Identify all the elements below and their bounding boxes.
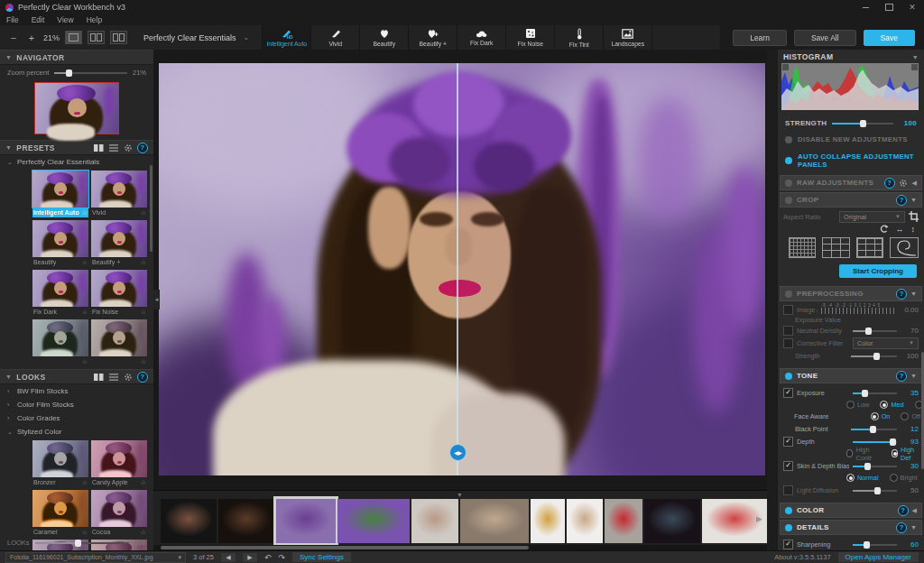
preset-item[interactable]: ☆ bbox=[32, 319, 88, 366]
grid-diagonal-button[interactable] bbox=[856, 237, 883, 258]
star-icon[interactable]: ☆ bbox=[82, 529, 88, 536]
preset-fix-noise[interactable]: Fix Noise☆ bbox=[91, 270, 147, 317]
collapse-icon[interactable]: ▼ bbox=[910, 373, 917, 379]
collapse-icon[interactable]: ▼ bbox=[910, 197, 917, 203]
preset-item[interactable]: ☆ bbox=[91, 319, 147, 366]
corrective-filter-select[interactable]: Color▼ bbox=[853, 337, 919, 349]
preset-group-row[interactable]: ⌄ Perfectly Clear Essentials bbox=[0, 155, 153, 169]
star-icon[interactable]: ☆ bbox=[141, 358, 146, 365]
gear-icon[interactable] bbox=[123, 143, 133, 152]
looks-strength-slider[interactable] bbox=[35, 539, 130, 547]
star-icon[interactable]: ☆ bbox=[141, 259, 146, 266]
look-caramel[interactable]: Caramel☆ bbox=[32, 490, 88, 537]
slider-handle[interactable] bbox=[870, 426, 876, 433]
toolbar-preset-landscapes[interactable]: Landscapes bbox=[604, 25, 652, 50]
grid-fine-button[interactable] bbox=[789, 237, 816, 258]
radio-high-contr[interactable]: High Contr bbox=[846, 446, 881, 462]
collapse-icon[interactable]: ▼ bbox=[910, 291, 917, 297]
zoom-in-button[interactable]: + bbox=[25, 32, 38, 43]
histogram-header[interactable]: HISTOGRAM▼ bbox=[778, 50, 924, 63]
list-view-icon[interactable] bbox=[108, 143, 118, 152]
black-point-slider[interactable] bbox=[851, 425, 897, 433]
menu-help[interactable]: Help bbox=[80, 15, 108, 24]
help-icon[interactable]: ? bbox=[898, 505, 909, 516]
undo-icon[interactable]: ↶ bbox=[264, 553, 272, 562]
slider-handle[interactable] bbox=[864, 541, 870, 549]
gear-icon[interactable] bbox=[899, 179, 909, 187]
toolbar-preset-vivid[interactable]: Vivid bbox=[311, 25, 360, 50]
preset-intelligent-auto[interactable]: Intelligent Auto☆ bbox=[32, 171, 88, 217]
toolbar-preset-beautify[interactable]: Beautify bbox=[360, 25, 409, 50]
preprocessing-strength-slider[interactable] bbox=[851, 352, 897, 360]
light-diffusion-checkbox[interactable] bbox=[783, 485, 793, 495]
split-handle[interactable]: ◀▶ bbox=[449, 444, 467, 461]
menu-view[interactable]: View bbox=[51, 15, 79, 24]
help-icon[interactable]: ? bbox=[884, 178, 895, 189]
maximize-button[interactable] bbox=[877, 0, 901, 14]
compare-view-button[interactable] bbox=[110, 31, 127, 44]
neutral-density-slider[interactable] bbox=[853, 327, 897, 335]
help-icon[interactable]: ? bbox=[137, 372, 148, 383]
star-icon[interactable]: ☆ bbox=[141, 529, 146, 536]
radio-med[interactable]: Med bbox=[880, 401, 903, 409]
image-ambulance-checkbox[interactable] bbox=[783, 305, 793, 315]
photo-preview[interactable]: ◀▶ bbox=[159, 63, 765, 475]
depth-checkbox[interactable]: ✓ bbox=[783, 437, 793, 447]
slider-handle[interactable] bbox=[862, 390, 868, 397]
star-icon[interactable]: ☆ bbox=[82, 358, 88, 365]
help-icon[interactable]: ? bbox=[137, 143, 148, 153]
slider-handle[interactable] bbox=[864, 463, 871, 470]
star-icon[interactable]: ☆ bbox=[82, 309, 88, 316]
list-view-icon[interactable] bbox=[108, 373, 118, 381]
preset-beautify[interactable]: Beautify +☆ bbox=[91, 220, 147, 267]
gear-icon[interactable] bbox=[123, 373, 133, 381]
presets-header[interactable]: ▼ PRESETS ? bbox=[0, 140, 153, 155]
exposure-checkbox[interactable]: ✓ bbox=[783, 388, 793, 398]
looks-header[interactable]: ▼ LOOKS ? bbox=[0, 369, 153, 384]
strength-slider[interactable] bbox=[832, 119, 893, 127]
slider-handle[interactable] bbox=[66, 69, 72, 77]
menu-edit[interactable]: Edit bbox=[25, 15, 51, 24]
collapse-left-panel-handle[interactable]: ◂ bbox=[153, 290, 160, 309]
exposure-slider[interactable] bbox=[853, 389, 897, 397]
highlight-clip-icon[interactable] bbox=[911, 64, 918, 70]
looks-group-stylized-color[interactable]: ⌄Stylized Color bbox=[0, 425, 153, 438]
filmstrip-thumbnail-2[interactable] bbox=[218, 499, 274, 543]
image-canvas[interactable]: ◀▶ ◂ bbox=[153, 50, 767, 490]
look-candy-apple[interactable]: Candy Apple☆ bbox=[91, 440, 147, 487]
minimize-button[interactable] bbox=[854, 0, 877, 14]
filmstrip-thumbnail-5[interactable] bbox=[411, 499, 458, 543]
single-view-button[interactable] bbox=[65, 31, 82, 44]
look-cocoa[interactable]: Cocoa☆ bbox=[91, 490, 147, 537]
preprocessing-header[interactable]: PREPROCESSING ? ▼ bbox=[780, 286, 922, 301]
auto-collapse-toggle[interactable]: AUTO COLLAPSE ADJUSTMENT PANELS bbox=[778, 148, 924, 173]
details-header[interactable]: DETAILS ? ▼ bbox=[780, 520, 922, 535]
slider-handle[interactable] bbox=[873, 353, 880, 360]
preset-vivid[interactable]: Vivid☆ bbox=[91, 171, 147, 217]
left-scrollbar[interactable] bbox=[150, 165, 152, 252]
looks-group-bw-film-stocks[interactable]: ›BW Film Stocks bbox=[0, 384, 153, 398]
next-image-button[interactable]: ▶ bbox=[243, 553, 257, 562]
slider-handle[interactable] bbox=[890, 438, 896, 446]
star-icon[interactable]: ☆ bbox=[141, 479, 146, 486]
filmstrip-thumbnail-10[interactable] bbox=[644, 499, 700, 543]
toolbar-preset-fix-noise[interactable]: Fix Noise bbox=[506, 25, 555, 50]
crop-header[interactable]: CROP ? ▼ bbox=[780, 192, 922, 208]
close-button[interactable]: ✕ bbox=[901, 0, 924, 14]
radio-high-def[interactable]: High Def bbox=[892, 446, 920, 462]
save-button[interactable]: Save bbox=[864, 30, 915, 46]
slider-handle[interactable] bbox=[860, 120, 866, 127]
skin-bias-checkbox[interactable]: ✓ bbox=[783, 461, 793, 471]
help-icon[interactable]: ? bbox=[896, 522, 907, 533]
help-icon[interactable]: ? bbox=[896, 289, 907, 300]
grid-thirds-button[interactable] bbox=[822, 237, 849, 258]
toolbar-preset-fix-tint[interactable]: Fix Tint bbox=[555, 25, 604, 50]
looks-group-color-film-stocks[interactable]: ›Color Film Stocks bbox=[0, 398, 153, 411]
collapse-icon[interactable]: ▼ bbox=[910, 524, 917, 531]
help-icon[interactable]: ? bbox=[896, 371, 907, 382]
depth-slider[interactable] bbox=[853, 438, 897, 446]
learn-button[interactable]: Learn bbox=[733, 30, 787, 46]
split-view-button[interactable] bbox=[88, 31, 105, 44]
star-icon[interactable]: ☆ bbox=[82, 479, 88, 486]
filmstrip-thumbnail-1[interactable] bbox=[161, 499, 217, 543]
